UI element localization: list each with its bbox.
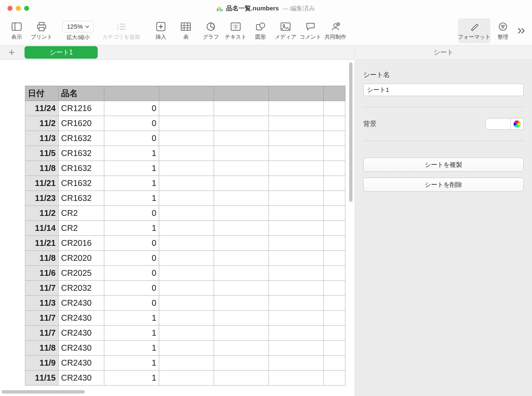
cell-empty[interactable] — [159, 131, 214, 146]
cell-name[interactable]: CR2430 — [59, 326, 104, 341]
cell-empty[interactable] — [159, 116, 214, 131]
media-button[interactable]: メディア — [273, 18, 298, 43]
col-header-name[interactable]: 品名 — [59, 86, 104, 101]
cell-empty[interactable] — [159, 296, 214, 311]
cell-empty[interactable] — [269, 356, 324, 371]
cell-date[interactable]: 11/24 — [25, 101, 59, 116]
cell-value[interactable]: 0 — [104, 281, 159, 296]
cell-empty[interactable] — [159, 356, 214, 371]
cell-name[interactable]: CR2430 — [59, 296, 104, 311]
cell-empty[interactable] — [159, 371, 214, 386]
add-category-button[interactable]: カテゴリを追加 — [102, 18, 140, 43]
cell-date[interactable]: 11/8 — [25, 161, 59, 176]
cell-empty[interactable] — [324, 176, 345, 191]
cell-empty[interactable] — [324, 326, 345, 341]
cell-value[interactable]: 1 — [104, 311, 159, 326]
cell-value[interactable]: 1 — [104, 356, 159, 371]
cell-empty[interactable] — [159, 221, 214, 236]
col-header-6[interactable] — [269, 86, 324, 101]
table-row[interactable]: 11/14CR21 — [25, 221, 345, 236]
toolbar-overflow-button[interactable] — [515, 18, 528, 43]
cell-name[interactable]: CR2430 — [59, 311, 104, 326]
window-title[interactable]: 品名一覧.numbers 編集済み — [217, 5, 315, 12]
cell-empty[interactable] — [269, 371, 324, 386]
table-row[interactable]: 11/2CR16200 — [25, 116, 345, 131]
cell-empty[interactable] — [159, 266, 214, 281]
table-row[interactable]: 11/8CR16321 — [25, 161, 345, 176]
cell-date[interactable]: 11/5 — [25, 146, 59, 161]
cell-empty[interactable] — [214, 371, 269, 386]
cell-empty[interactable] — [214, 296, 269, 311]
cell-empty[interactable] — [214, 266, 269, 281]
cell-name[interactable]: CR2430 — [59, 371, 104, 386]
cell-value[interactable]: 1 — [104, 221, 159, 236]
cell-empty[interactable] — [214, 131, 269, 146]
cell-name[interactable]: CR2032 — [59, 281, 104, 296]
cell-empty[interactable] — [324, 221, 345, 236]
cell-empty[interactable] — [214, 281, 269, 296]
cell-name[interactable]: CR2 — [59, 206, 104, 221]
vertical-scrollbar[interactable] — [348, 62, 354, 386]
cell-name[interactable]: CR2020 — [59, 251, 104, 266]
cell-name[interactable]: CR1216 — [59, 101, 104, 116]
cell-empty[interactable] — [324, 371, 345, 386]
col-header-4[interactable] — [159, 86, 214, 101]
cell-empty[interactable] — [214, 176, 269, 191]
close-window-button[interactable] — [7, 6, 12, 11]
cell-empty[interactable] — [159, 176, 214, 191]
col-header-date[interactable]: 日付 — [25, 86, 59, 101]
cell-name[interactable]: CR1632 — [59, 191, 104, 206]
cell-empty[interactable] — [324, 116, 345, 131]
table-row[interactable]: 11/15CR24301 — [25, 371, 345, 386]
table-row[interactable]: 11/24CR12160 — [25, 101, 345, 116]
cell-empty[interactable] — [214, 101, 269, 116]
cell-value[interactable]: 0 — [104, 266, 159, 281]
cell-empty[interactable] — [159, 101, 214, 116]
sheet-name-input[interactable] — [363, 84, 524, 96]
background-color-well[interactable] — [485, 118, 524, 130]
cell-empty[interactable] — [214, 161, 269, 176]
cell-empty[interactable] — [269, 311, 324, 326]
cell-empty[interactable] — [214, 221, 269, 236]
zoom-button[interactable]: 125% 拡大/縮小 — [62, 18, 94, 43]
insert-button[interactable]: 挿入 — [148, 18, 173, 43]
cell-empty[interactable] — [159, 236, 214, 251]
cell-empty[interactable] — [269, 101, 324, 116]
table-row[interactable]: 11/7CR20320 — [25, 281, 345, 296]
cell-date[interactable]: 11/14 — [25, 221, 59, 236]
duplicate-sheet-button[interactable]: シートを複製 — [363, 158, 524, 172]
comment-button[interactable]: コメント — [298, 18, 323, 43]
cell-empty[interactable] — [324, 146, 345, 161]
table-row[interactable]: 11/3CR16320 — [25, 131, 345, 146]
shape-button[interactable]: 図形 — [248, 18, 273, 43]
cell-name[interactable]: CR1632 — [59, 176, 104, 191]
color-swatch[interactable] — [486, 119, 511, 129]
view-button[interactable]: 表示 — [4, 18, 29, 43]
cell-value[interactable]: 1 — [104, 146, 159, 161]
text-button[interactable]: 字 テキスト — [223, 18, 248, 43]
cell-empty[interactable] — [324, 341, 345, 356]
cell-value[interactable]: 0 — [104, 116, 159, 131]
cell-empty[interactable] — [269, 176, 324, 191]
table-row[interactable]: 11/7CR24301 — [25, 326, 345, 341]
table-row[interactable]: 11/7CR24301 — [25, 311, 345, 326]
minimize-window-button[interactable] — [16, 6, 21, 11]
cell-value[interactable]: 0 — [104, 206, 159, 221]
cell-value[interactable]: 0 — [104, 296, 159, 311]
scrollbar-thumb[interactable] — [349, 62, 352, 202]
table-row[interactable]: 11/6CR20250 — [25, 266, 345, 281]
cell-date[interactable]: 11/15 — [25, 371, 59, 386]
delete-sheet-button[interactable]: シートを削除 — [363, 178, 524, 192]
cell-name[interactable]: CR1632 — [59, 161, 104, 176]
table-row[interactable]: 11/21CR16321 — [25, 176, 345, 191]
cell-empty[interactable] — [269, 116, 324, 131]
cell-empty[interactable] — [159, 311, 214, 326]
cell-empty[interactable] — [324, 266, 345, 281]
cell-empty[interactable] — [324, 296, 345, 311]
cell-name[interactable]: CR2430 — [59, 356, 104, 371]
zoom-dropdown[interactable]: 125% — [62, 21, 94, 32]
cell-empty[interactable] — [269, 251, 324, 266]
cell-empty[interactable] — [214, 311, 269, 326]
col-header-5[interactable] — [214, 86, 269, 101]
cell-name[interactable]: CR2430 — [59, 341, 104, 356]
